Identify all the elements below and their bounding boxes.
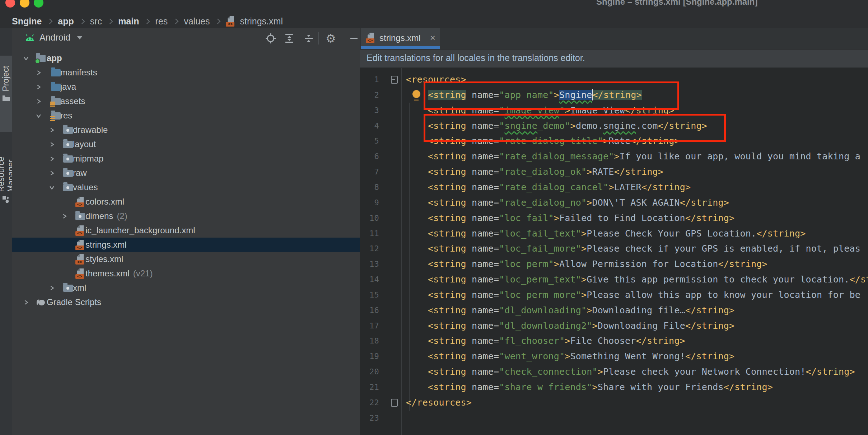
line-number: 5 (360, 133, 379, 149)
code-line-15[interactable]: 15 <string name="loc_perm_more">Please a… (360, 287, 868, 303)
code-line-10[interactable]: 10 <string name="loc_fail">Failed to Fin… (360, 210, 868, 226)
collapse-all-icon[interactable] (303, 33, 314, 44)
code-line-7[interactable]: 7 <string name="rate_dialog_ok">RATE</st… (360, 164, 868, 179)
folder-stripes-icon (51, 112, 61, 120)
settings-gear-icon[interactable]: ⚙ (326, 33, 336, 44)
chevron-right-icon[interactable] (36, 70, 41, 75)
tree-item-colors-xml[interactable]: <>colors.xml (12, 195, 360, 209)
minimize-window-button[interactable] (20, 0, 29, 8)
code-line-11[interactable]: 11 <string name="loc_fail_text">Please C… (360, 226, 868, 241)
code-line-17[interactable]: 17 <string name="dl_downloading2">Downlo… (360, 318, 868, 333)
tree-item-ic_launcher_background-xml[interactable]: <>ic_launcher_background.xml (12, 223, 360, 238)
tree-item-java[interactable]: java (12, 80, 360, 94)
chevron-down-icon[interactable] (36, 113, 41, 118)
tree-item-assets[interactable]: assets (12, 94, 360, 108)
tree-item-res[interactable]: res (12, 108, 360, 123)
breadcrumb-separator-icon (107, 18, 113, 24)
chevron-right-icon[interactable] (62, 214, 67, 219)
code-line-text: <string name="loc_fail_more">Please chec… (406, 241, 860, 256)
tree-item-styles-xml[interactable]: <>styles.xml (12, 252, 360, 266)
fold-marker-icon[interactable] (391, 76, 398, 84)
breadcrumb-item-res[interactable]: res (155, 16, 168, 27)
expand-all-icon[interactable] (284, 33, 295, 44)
folder-blue-icon (51, 84, 61, 91)
close-tab-icon[interactable]: × (430, 32, 435, 43)
breadcrumb-item-strings-xml[interactable]: strings.xml (240, 16, 283, 27)
breadcrumb-item-src[interactable]: src (90, 16, 102, 27)
chevron-down-icon[interactable] (49, 185, 55, 190)
close-window-button[interactable] (5, 0, 15, 8)
code-line-16[interactable]: 16 <string name="dl_downloading">Downloa… (360, 303, 868, 318)
line-number: 20 (360, 364, 379, 379)
zoom-window-button[interactable] (34, 0, 43, 8)
tree-item-layout[interactable]: layout (12, 137, 360, 151)
shapes-icon (2, 196, 10, 204)
tree-item-values[interactable]: values (12, 180, 360, 195)
tree-item-mipmap[interactable]: mipmap (12, 151, 360, 166)
breadcrumb-item-main[interactable]: main (118, 16, 139, 27)
chevron-right-icon[interactable] (36, 84, 41, 90)
line-number: 22 (360, 395, 379, 410)
chevron-right-icon[interactable] (49, 127, 55, 133)
line-number: 1 (360, 72, 379, 87)
line-number: 9 (360, 195, 379, 210)
tree-item-drawable[interactable]: drawable (12, 123, 360, 137)
code-line-12[interactable]: 12 <string name="loc_fail_more">Please c… (360, 241, 868, 256)
chevron-right-icon[interactable] (49, 142, 55, 147)
xml-file-icon: <> (75, 197, 84, 207)
breadcrumb-item-values[interactable]: values (184, 16, 210, 27)
code-line-text: <string name="rate_dialog_message">If yo… (406, 149, 860, 164)
folder-stripes-icon (51, 98, 61, 105)
tree-item-label: assets (60, 94, 85, 108)
chevron-right-icon[interactable] (49, 156, 55, 162)
folder-dot-icon (63, 141, 73, 148)
chevron-right-icon[interactable] (36, 99, 41, 104)
code-line-text: <string name="loc_perm_more">Please allo… (406, 287, 860, 303)
hide-panel-icon[interactable] (349, 33, 359, 44)
project-view-selector[interactable]: Android (24, 32, 83, 43)
code-line-20[interactable]: 20 <string name="check_connection">Pleas… (360, 364, 868, 379)
tool-window-tab-project[interactable]: Project (0, 56, 12, 132)
code-line-6[interactable]: 6 <string name="rate_dialog_message">If … (360, 149, 868, 164)
tree-item-strings-xml[interactable]: <>strings.xml (12, 238, 360, 252)
tree-item-gradle-scripts[interactable]: Gradle Scripts (12, 295, 360, 309)
editor-tab-strings-xml[interactable]: <> strings.xml × (361, 28, 440, 49)
chevron-down-icon[interactable] (23, 56, 29, 61)
code-line-23[interactable]: 23 (360, 410, 868, 426)
tree-item-manifests[interactable]: manifests (12, 65, 360, 80)
code-line-13[interactable]: 13 <string name="loc_perm">Allow Permiss… (360, 256, 868, 272)
code-line-22[interactable]: 22</resources> (360, 395, 868, 410)
translations-banner[interactable]: Edit translations for all locales in the… (360, 50, 868, 68)
line-number: 7 (360, 164, 379, 179)
code-line-19[interactable]: 19 <string name="went_wrong">Something W… (360, 349, 868, 364)
folder-icon (2, 95, 10, 102)
tree-item-label: layout (73, 137, 96, 151)
tree-item-raw[interactable]: raw (12, 166, 360, 180)
tree-item-themes-xml[interactable]: <>themes.xml(v21) (12, 266, 360, 281)
folder-blue-icon (51, 69, 61, 76)
code-line-14[interactable]: 14 <string name="loc_perm_text">Give thi… (360, 272, 868, 287)
tree-item-xml[interactable]: xml (12, 281, 360, 295)
breadcrumb-item-sngine[interactable]: Sngine (12, 16, 42, 27)
chevron-right-icon[interactable] (23, 300, 29, 305)
tree-item-app[interactable]: app (12, 51, 360, 65)
breadcrumb-item-app[interactable]: app (58, 16, 74, 27)
code-line-9[interactable]: 9 <string name="rate_dialog_no">DON\'T A… (360, 195, 868, 210)
code-line-text: <string name="share_w_friends">Share wit… (406, 379, 773, 395)
locate-icon[interactable] (265, 33, 276, 44)
chevron-right-icon[interactable] (49, 170, 55, 176)
chevron-right-icon[interactable] (49, 285, 55, 291)
tree-item-dimens[interactable]: dimens(2) (12, 209, 360, 223)
xml-file-icon: <> (366, 33, 374, 43)
tree-item-suffix: (v21) (133, 268, 153, 278)
translations-banner-text: Edit translations for all locales in the… (367, 53, 585, 63)
code-line-8[interactable]: 8 <string name="rate_dialog_cancel">LATE… (360, 179, 868, 195)
breadcrumb-separator-icon (47, 18, 53, 24)
fold-marker-icon[interactable] (391, 399, 398, 407)
code-line-21[interactable]: 21 <string name="share_w_friends">Share … (360, 379, 868, 395)
code-line-text: <string name="check_connection">Please c… (406, 364, 855, 379)
code-line-18[interactable]: 18 <string name="fl_chooser">File Choose… (360, 333, 868, 349)
code-line-text: <string name="loc_fail">Failed to Find L… (406, 210, 734, 226)
tool-window-tab-resource-manager[interactable]: Resource Manager (0, 125, 12, 204)
annotation-box-2 (424, 114, 726, 142)
